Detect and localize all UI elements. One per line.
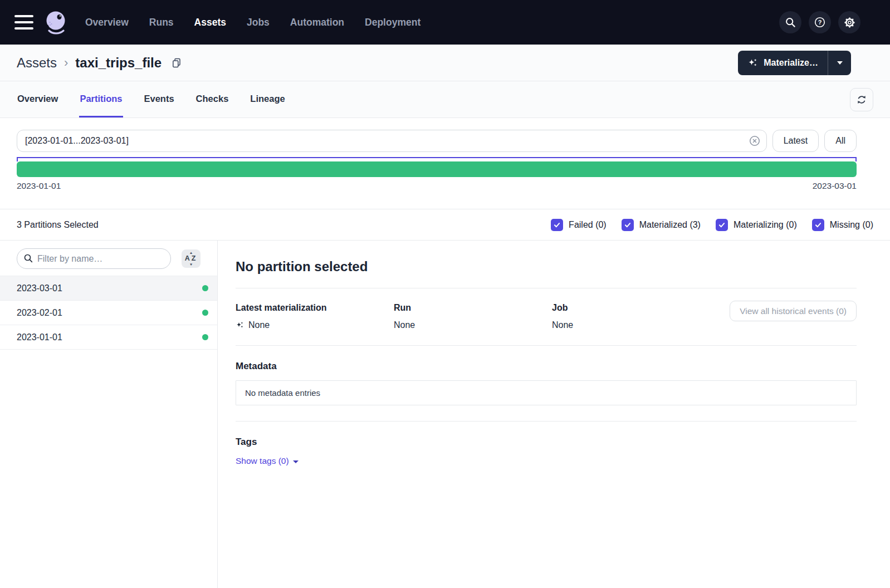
partition-name: 2023-03-01 [17, 283, 62, 293]
nav-item-automation[interactable]: Automation [290, 17, 344, 28]
octopus-icon [43, 9, 69, 35]
breadcrumb-separator: › [64, 56, 68, 70]
selection-bar: 3 Partitions Selected Failed (0) Materia… [0, 209, 890, 241]
filter-failed[interactable]: Failed (0) [551, 219, 607, 231]
search-button[interactable] [779, 11, 801, 33]
latest-button[interactable]: Latest [772, 130, 819, 152]
job-value: None [552, 320, 573, 330]
materialize-button-label: Materialize… [764, 58, 818, 68]
nav-item-assets[interactable]: Assets [194, 17, 226, 28]
run-value: None [394, 320, 415, 330]
search-icon [23, 253, 33, 266]
partition-row-2023-03-01[interactable]: 2023-03-01 [0, 276, 217, 301]
partition-range-input[interactable] [17, 130, 767, 152]
tab-events[interactable]: Events [144, 81, 175, 117]
breadcrumb-assets-link[interactable]: Assets [17, 55, 57, 71]
materialize-dropdown-button[interactable] [828, 51, 851, 75]
help-icon: ? [814, 16, 826, 28]
search-icon [785, 17, 796, 28]
dagster-octopus-logo[interactable] [43, 9, 69, 35]
page-header: Assets › taxi_trips_file Materialize… [0, 45, 890, 81]
range-labels: 2023-01-01 2023-03-01 [17, 181, 857, 191]
checkbox-checked-icon[interactable] [812, 219, 824, 231]
status-filters: Failed (0) Materialized (3) Materializin… [551, 219, 873, 231]
metadata-empty-box: No metadata entries [236, 380, 857, 405]
chevron-down-icon [837, 61, 843, 65]
refresh-button[interactable] [850, 88, 873, 111]
refresh-icon [856, 94, 867, 105]
settings-button[interactable] [838, 11, 860, 33]
partition-picker-section: Latest All 2023-01-01 2023-03-01 [0, 118, 890, 209]
materialized-status-dot [202, 310, 208, 316]
copy-icon [171, 57, 182, 68]
breadcrumb: Assets › taxi_trips_file [17, 55, 182, 71]
range-start-label: 2023-01-01 [17, 181, 61, 191]
tab-checks[interactable]: Checks [195, 81, 229, 117]
empty-state-title: No partition selected [236, 259, 857, 275]
view-historical-events-button[interactable]: View all historical events (0) [730, 301, 857, 321]
main-content: AZ ▲ ▼ 2023-03-01 2023-02-01 2023-01-01 … [0, 241, 890, 588]
materialized-status-dot [202, 334, 208, 340]
show-tags-toggle[interactable]: Show tags (0) [236, 456, 299, 466]
partition-filter-input[interactable] [17, 248, 171, 269]
sort-alphabetical-button[interactable]: AZ ▲ ▼ [182, 249, 201, 268]
partition-range-field [17, 130, 767, 152]
selection-bracket [17, 157, 857, 161]
job-column: Job None [552, 303, 710, 330]
asset-tabs: Overview Partitions Events Checks Lineag… [17, 81, 286, 117]
latest-materialization-value: None [248, 320, 270, 330]
partition-list: 2023-03-01 2023-02-01 2023-01-01 [0, 276, 217, 350]
materialize-split-button: Materialize… [738, 51, 851, 75]
checkbox-checked-icon[interactable] [716, 219, 728, 231]
metadata-heading: Metadata [236, 361, 857, 372]
page-title: taxi_trips_file [75, 55, 162, 71]
tab-overview[interactable]: Overview [17, 81, 58, 117]
run-label: Run [394, 303, 552, 313]
show-tags-label: Show tags (0) [236, 456, 289, 466]
nav-item-jobs[interactable]: Jobs [247, 17, 270, 28]
metadata-empty-text: No metadata entries [245, 388, 320, 398]
partition-health-bar[interactable] [17, 161, 857, 177]
help-button[interactable]: ? [809, 11, 831, 33]
partition-name: 2023-01-01 [17, 332, 62, 342]
range-end-label: 2023-03-01 [813, 181, 857, 191]
partition-row-2023-02-01[interactable]: 2023-02-01 [0, 301, 217, 325]
tab-partitions[interactable]: Partitions [79, 81, 123, 117]
divider [236, 345, 857, 346]
partition-row-2023-01-01[interactable]: 2023-01-01 [0, 325, 217, 350]
all-button[interactable]: All [824, 130, 857, 152]
latest-materialization-column: Latest materialization None [236, 303, 394, 330]
run-column: Run None [394, 303, 552, 330]
top-navigation: Overview Runs Assets Jobs Automation Dep… [0, 0, 890, 45]
nav-item-runs[interactable]: Runs [149, 17, 174, 28]
sort-caret-down-icon: ▼ [189, 263, 193, 266]
svg-text:?: ? [818, 19, 822, 26]
tab-lineage[interactable]: Lineage [250, 81, 285, 117]
nav-item-overview[interactable]: Overview [85, 17, 129, 28]
tags-heading: Tags [236, 437, 857, 448]
partition-name: 2023-02-01 [17, 308, 62, 318]
filter-materializing-label: Materializing (0) [733, 220, 797, 230]
materialize-button[interactable]: Materialize… [738, 51, 828, 75]
checkbox-checked-icon[interactable] [622, 219, 634, 231]
divider [236, 421, 857, 422]
partition-detail-panel: No partition selected Latest materializa… [218, 241, 890, 588]
filter-materializing[interactable]: Materializing (0) [716, 219, 797, 231]
nav-actions: ? [779, 11, 860, 33]
partition-filter-field [17, 248, 171, 269]
asset-tabs-row: Overview Partitions Events Checks Lineag… [0, 81, 890, 118]
partition-list-panel: AZ ▲ ▼ 2023-03-01 2023-02-01 2023-01-01 [0, 241, 218, 588]
sparkles-icon [236, 321, 244, 330]
filter-failed-label: Failed (0) [569, 220, 607, 230]
clear-range-button[interactable] [748, 134, 761, 148]
filter-missing[interactable]: Missing (0) [812, 219, 873, 231]
filter-materialized[interactable]: Materialized (3) [622, 219, 701, 231]
gear-icon [843, 16, 856, 29]
filter-materialized-label: Materialized (3) [639, 220, 701, 230]
copy-asset-name-button[interactable] [171, 57, 182, 68]
checkbox-checked-icon[interactable] [551, 219, 563, 231]
menu-hamburger-icon[interactable] [14, 15, 33, 30]
chevron-down-icon [293, 460, 299, 463]
nav-item-deployment[interactable]: Deployment [365, 17, 420, 28]
partitions-selected-count: 3 Partitions Selected [17, 220, 99, 230]
